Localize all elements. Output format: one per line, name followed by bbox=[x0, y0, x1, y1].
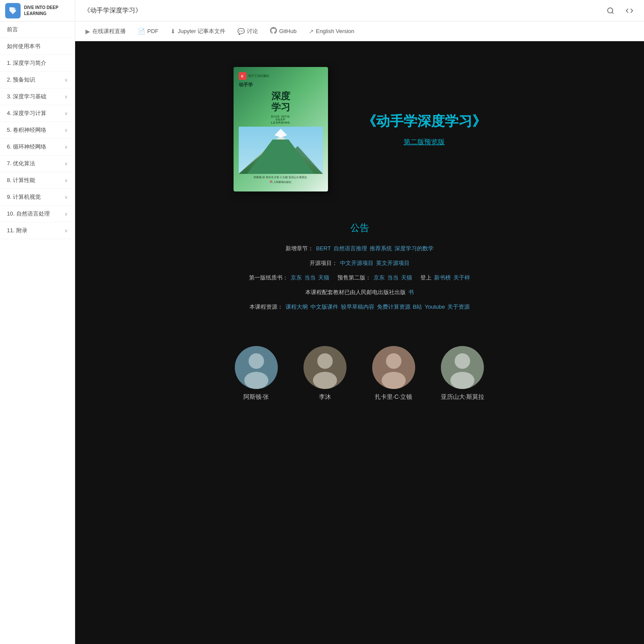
ann-row-3: 第一版纸质书： 京东 当当 天猫 预售第二版： 京东 当当 天猫 登上 新书榜 … bbox=[205, 272, 514, 283]
link-resources[interactable]: 关于资源 bbox=[447, 301, 470, 313]
link-notes[interactable]: 较早草稿内容 bbox=[341, 301, 374, 313]
book-title-cn: 深度学习 bbox=[271, 91, 290, 113]
sidebar-item-intro[interactable]: 1. 深度学习简介 bbox=[0, 55, 75, 72]
sidebar-label-cv: 9. 计算机视觉 bbox=[7, 193, 41, 201]
chevron-down-icon: ∨ bbox=[64, 178, 68, 183]
announcement-content: 新增章节： BERT 自然语言推理 推荐系统 深度学习的数学 开源项目： 中文开… bbox=[205, 243, 514, 313]
title-text: 《动手学深度学习》 bbox=[84, 6, 142, 14]
ann-row-5: 本课程资源： 课程大纲 中文版课件 较早草稿内容 免费计算资源 B站 Youtu… bbox=[205, 301, 514, 313]
svg-point-12 bbox=[317, 353, 333, 369]
code-icon[interactable] bbox=[623, 5, 635, 17]
sidebar-item-preface[interactable]: 前言 bbox=[0, 21, 75, 38]
topbar: DIVE INTO DEEP LEARNING 《动手学深度学习》 bbox=[0, 0, 644, 21]
author-name-1: 阿斯顿·张 bbox=[243, 393, 269, 401]
link-free[interactable]: 免费计算资源 bbox=[377, 301, 410, 313]
nav-item-jupyter[interactable]: ⬇ Jupyter 记事本文件 bbox=[164, 21, 231, 41]
chevron-down-icon: ∨ bbox=[64, 211, 68, 217]
link-recommend[interactable]: 推荐系统 bbox=[370, 243, 392, 254]
page-title: 《动手学深度学习》 bbox=[75, 6, 605, 15]
live-icon: ▶ bbox=[85, 28, 90, 35]
sidebar-item-howto[interactable]: 如何使用本书 bbox=[0, 38, 75, 55]
svg-marker-4 bbox=[251, 144, 310, 174]
sidebar-item-basics[interactable]: 3. 深度学习基础 ∨ bbox=[0, 88, 75, 105]
logo-text: DIVE INTO DEEP LEARNING bbox=[24, 5, 70, 17]
ann-text-5: 登上 bbox=[415, 272, 431, 283]
sidebar-item-cv[interactable]: 9. 计算机视觉 ∨ bbox=[0, 189, 75, 206]
authors-section: 阿斯顿·张 李沐 扎卡里·C·立顿 bbox=[75, 329, 644, 418]
sidebar-item-prereq[interactable]: 2. 预备知识 ∨ bbox=[0, 72, 75, 88]
author-card-1: 阿斯顿·张 bbox=[235, 346, 278, 401]
chevron-down-icon: ∨ bbox=[64, 77, 68, 83]
svg-point-15 bbox=[386, 353, 401, 369]
link-youtube[interactable]: Youtube bbox=[425, 301, 445, 313]
link-tianmao2[interactable]: 天猫 bbox=[401, 272, 412, 283]
book-logo: E bbox=[239, 72, 246, 80]
sidebar-item-cnn[interactable]: 5. 卷积神经网络 ∨ bbox=[0, 122, 75, 139]
book-press: 📚 人民邮电出版社 bbox=[270, 180, 292, 184]
announcement-title: 公告 bbox=[205, 222, 514, 234]
sidebar-label-prereq: 2. 预备知识 bbox=[7, 76, 35, 84]
nav-label-github: GitHub bbox=[279, 28, 296, 34]
svg-point-19 bbox=[450, 372, 474, 389]
svg-point-0 bbox=[608, 8, 613, 13]
nav-item-pdf[interactable]: 📄 PDF bbox=[132, 21, 164, 41]
link-slides[interactable]: 中文版课件 bbox=[310, 301, 338, 313]
link-jd1[interactable]: 京东 bbox=[291, 272, 302, 283]
book-mountain-graphic bbox=[239, 127, 323, 174]
link-dangdang1[interactable]: 当当 bbox=[304, 272, 316, 283]
link-bert[interactable]: BERT bbox=[316, 243, 331, 254]
discuss-icon: 💬 bbox=[237, 28, 245, 35]
nav-label-live: 在线课程直播 bbox=[92, 27, 126, 35]
author-name-3: 扎卡里·C·立顿 bbox=[375, 393, 413, 401]
link-guanyuxiang[interactable]: 关于样 bbox=[453, 272, 470, 283]
pdf-icon: 📄 bbox=[138, 28, 145, 35]
nav-item-live[interactable]: ▶ 在线课程直播 bbox=[79, 21, 132, 41]
chevron-down-icon: ∨ bbox=[64, 111, 68, 116]
link-nlp[interactable]: 自然语言推理 bbox=[334, 243, 367, 254]
ann-row-2: 开源项目： 中文开源项目 英文开源项目 bbox=[205, 258, 514, 269]
sidebar-item-appendix[interactable]: 11. 附录 ∨ bbox=[0, 222, 75, 239]
topbar-icons bbox=[605, 5, 644, 17]
link-jd2[interactable]: 京东 bbox=[374, 272, 385, 283]
sidebar-label-optim: 7. 优化算法 bbox=[7, 160, 35, 167]
link-bzhan[interactable]: B站 bbox=[413, 301, 422, 313]
nav-label-pdf: PDF bbox=[147, 28, 158, 34]
link-tianmao1[interactable]: 天猫 bbox=[318, 272, 329, 283]
sidebar-item-nlp[interactable]: 10. 自然语言处理 ∨ bbox=[0, 206, 75, 222]
link-dangdang2[interactable]: 当当 bbox=[387, 272, 398, 283]
sidebar-label-appendix: 11. 附录 bbox=[7, 227, 27, 234]
book-handheld-label: 动手学 bbox=[239, 82, 323, 88]
link-en-open[interactable]: 英文开源项目 bbox=[376, 258, 410, 269]
sidebar-label-nlp: 10. 自然语言处理 bbox=[7, 210, 50, 218]
svg-point-10 bbox=[244, 372, 268, 389]
ann-row-1: 新增章节： BERT 自然语言推理 推荐系统 深度学习的数学 bbox=[205, 243, 514, 254]
github-icon bbox=[270, 27, 277, 35]
sidebar: 前言 如何使用本书 1. 深度学习简介 2. 预备知识 ∨ 3. 深度学习基础 … bbox=[0, 21, 75, 644]
link-xinshu[interactable]: 新书榜 bbox=[434, 272, 451, 283]
link-shu[interactable]: 书 bbox=[408, 287, 414, 298]
nav-label-discuss: 讨论 bbox=[247, 27, 258, 35]
sidebar-label-computation: 4. 深度学习计算 bbox=[7, 109, 46, 117]
jupyter-icon: ⬇ bbox=[170, 28, 176, 35]
author-avatar-3 bbox=[372, 346, 415, 389]
announcement-section: 公告 新增章节： BERT 自然语言推理 推荐系统 深度学习的数学 开源项目： … bbox=[188, 209, 532, 329]
sidebar-item-rnn[interactable]: 6. 循环神经网络 ∨ bbox=[0, 139, 75, 155]
hero-subtitle[interactable]: 第二版预览版 bbox=[404, 138, 445, 147]
nav-item-github[interactable]: GitHub bbox=[264, 21, 302, 41]
ann-row-4: 本课程配套教材已由人民邮电出版社出版 书 bbox=[205, 287, 514, 298]
link-syllabus[interactable]: 课程大纲 bbox=[286, 301, 308, 313]
search-icon[interactable] bbox=[605, 5, 617, 17]
sidebar-item-computation[interactable]: 4. 深度学习计算 ∨ bbox=[0, 105, 75, 122]
svg-point-13 bbox=[313, 372, 337, 389]
sidebar-item-perf[interactable]: 8. 计算性能 ∨ bbox=[0, 172, 75, 189]
nav-item-discuss[interactable]: 💬 讨论 bbox=[231, 21, 264, 41]
english-icon: ↗ bbox=[309, 28, 314, 35]
ann-text-2: 开源项目： bbox=[310, 258, 337, 269]
secondary-nav: ▶ 在线课程直播 📄 PDF ⬇ Jupyter 记事本文件 💬 讨论 GitH… bbox=[75, 21, 644, 41]
link-cn-open[interactable]: 中文开源项目 bbox=[340, 258, 374, 269]
author-card-4: 亚历山大·斯莫拉 bbox=[441, 346, 485, 401]
nav-item-english[interactable]: ↗ English Version bbox=[303, 21, 361, 41]
link-math[interactable]: 深度学习的数学 bbox=[395, 243, 434, 254]
hero-right: 《动手学深度学习》 第二版预览版 bbox=[362, 112, 486, 147]
sidebar-item-optim[interactable]: 7. 优化算法 ∨ bbox=[0, 155, 75, 172]
